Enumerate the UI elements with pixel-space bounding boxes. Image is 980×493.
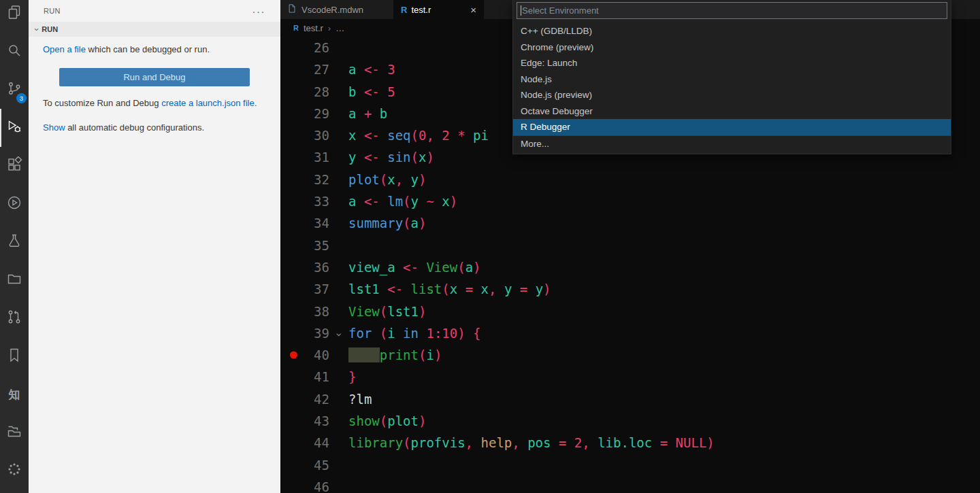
activity-bar-item-files[interactable]	[0, 0, 29, 33]
r-file-icon: R	[293, 24, 299, 32]
open-file-link[interactable]: Open a file	[43, 44, 86, 54]
code-line-46[interactable]: 46	[280, 476, 980, 493]
line-number[interactable]: 42	[280, 388, 329, 410]
run-circle-icon	[6, 194, 22, 214]
code-line-37[interactable]: 37lst1 <- list(x = x, y = y)	[280, 278, 980, 300]
line-number[interactable]: 45	[280, 454, 329, 476]
line-number[interactable]: 39	[280, 322, 329, 344]
activity-bar-item-source-control[interactable]: 3	[0, 71, 29, 109]
fold-chevron-icon[interactable]: ›	[329, 322, 348, 345]
chevron-down-icon: ›	[32, 28, 42, 31]
line-number[interactable]: 35	[280, 235, 329, 256]
run-section-label: RUN	[42, 25, 58, 33]
activity-bar-item-pull-request[interactable]	[0, 299, 29, 337]
container-icon	[6, 271, 22, 290]
more-actions-icon[interactable]: ···	[252, 5, 266, 17]
files-icon	[6, 4, 22, 23]
activity-bar-item-search[interactable]	[0, 33, 29, 71]
quick-pick-item-r-debugger[interactable]: R Debugger	[513, 119, 951, 135]
code-line-41[interactable]: 41}	[280, 366, 980, 388]
quick-pick-item-octave-debugger[interactable]: Octave Debugger	[513, 103, 951, 120]
activity-bar-item-test-beaker[interactable]	[0, 223, 29, 261]
code-line-43[interactable]: 43show(plot)	[280, 410, 980, 432]
line-number[interactable]: 29	[280, 103, 329, 124]
markdown-file-icon	[287, 3, 297, 16]
code-text: ?lm	[348, 392, 372, 407]
code-text: for (i in 1:10) {	[348, 326, 481, 341]
create-launch-json-link[interactable]: create a launch.json file.	[161, 98, 257, 108]
line-number[interactable]: 31	[280, 146, 329, 168]
activity-bar-item-extensions[interactable]	[0, 147, 29, 185]
code-line-40[interactable]: 40 print(i)	[280, 344, 980, 366]
code-text: summary(a)	[348, 216, 426, 231]
line-number[interactable]: 40	[280, 344, 329, 366]
quick-pick-item-node-js[interactable]: Node.js	[513, 71, 951, 88]
run-section-header[interactable]: › RUN	[29, 22, 280, 37]
customize-pre: To customize Run and Debug	[43, 98, 161, 108]
line-number[interactable]: 27	[280, 58, 329, 80]
code-text: a <- lm(y ~ x)	[348, 194, 457, 209]
text-cursor	[521, 5, 521, 16]
activity-bar-item-run-circle[interactable]	[0, 185, 29, 223]
line-number[interactable]: 43	[280, 410, 329, 432]
quick-pick-item-chrome-preview[interactable]: Chrome (preview)	[513, 39, 951, 56]
tab-label: VscodeR.mdwn	[301, 5, 363, 15]
breadcrumb-more[interactable]: …	[336, 23, 344, 33]
run-and-debug-button[interactable]: Run and Debug	[59, 68, 250, 86]
test-beaker-icon	[6, 233, 22, 252]
activity-bar-item-run-and-debug[interactable]	[0, 109, 29, 147]
activity-bar-item-container[interactable]	[0, 261, 29, 299]
code-line-33[interactable]: 33a <- lm(y ~ x)	[280, 190, 980, 212]
select-environment-dropdown: C++ (GDB/LLDB)Chrome (preview)Edge: Laun…	[512, 0, 951, 154]
activity-bar-item-translate[interactable]: 知	[0, 375, 29, 413]
tab-vscoder-mdwn[interactable]: VscodeR.mdwn	[280, 0, 394, 19]
line-number[interactable]: 38	[280, 301, 329, 322]
code-line-44[interactable]: 44library(profvis, help, pos = 2, lib.lo…	[280, 432, 980, 454]
line-number[interactable]: 44	[280, 432, 329, 454]
sidebar-titlebar: RUN ···	[29, 0, 280, 22]
tab-test-r[interactable]: R test.r ×	[394, 0, 484, 19]
line-number[interactable]: 33	[280, 190, 329, 212]
translate-icon: 知	[9, 387, 20, 403]
breakpoint-dot[interactable]	[290, 352, 297, 359]
line-number[interactable]: 32	[280, 169, 329, 190]
code-text: print(i)	[348, 347, 442, 362]
code-line-32[interactable]: 32plot(x, y)	[280, 169, 980, 190]
code-line-35[interactable]: 35	[280, 235, 980, 256]
breadcrumb-file[interactable]: test.r	[304, 23, 323, 33]
tab-label: test.r	[411, 5, 431, 15]
activity-bar-item-project-manager[interactable]	[0, 413, 29, 452]
code-line-36[interactable]: 36view_a <- View(a)	[280, 256, 980, 278]
customize-hint: To customize Run and Debug create a laun…	[43, 97, 266, 109]
activity-bar-item-gather[interactable]	[0, 452, 29, 490]
show-configs-link[interactable]: Show	[43, 122, 65, 133]
code-line-42[interactable]: 42?lm	[280, 388, 980, 410]
activity-bar-item-bookmark[interactable]	[0, 337, 29, 375]
line-number[interactable]: 41	[280, 366, 329, 388]
sidebar-title: RUN	[44, 7, 61, 15]
code-line-45[interactable]: 45	[280, 454, 980, 476]
code-text: plot(x, y)	[348, 172, 426, 187]
line-number[interactable]: 28	[280, 81, 329, 103]
close-tab-icon[interactable]: ×	[470, 4, 476, 16]
breadcrumb-separator-icon: ›	[328, 23, 331, 33]
quick-pick-item-edge-launch[interactable]: Edge: Launch	[513, 55, 951, 71]
quick-pick-item-more[interactable]: More...	[513, 135, 951, 152]
gather-icon	[6, 461, 22, 480]
line-number[interactable]: 46	[280, 476, 329, 493]
code-text: lst1 <- list(x = x, y = y)	[348, 282, 551, 296]
code-text: a <- 3	[348, 62, 395, 77]
pull-request-icon	[6, 309, 22, 328]
line-number[interactable]: 26	[280, 37, 329, 58]
code-line-39[interactable]: 39›for (i in 1:10) {	[280, 322, 980, 344]
code-line-34[interactable]: 34summary(a)	[280, 212, 980, 234]
code-line-38[interactable]: 38View(lst1)	[280, 301, 980, 322]
line-number[interactable]: 30	[280, 124, 329, 146]
quick-pick-item-node-js-preview[interactable]: Node.js (preview)	[513, 87, 951, 103]
environment-search-input[interactable]	[517, 2, 947, 19]
line-number[interactable]: 34	[280, 212, 329, 234]
line-number[interactable]: 36	[280, 256, 329, 278]
line-number[interactable]: 37	[280, 278, 329, 300]
code-text: a + b	[348, 106, 387, 121]
quick-pick-item-c-gdb-lldb[interactable]: C++ (GDB/LLDB)	[513, 23, 951, 39]
